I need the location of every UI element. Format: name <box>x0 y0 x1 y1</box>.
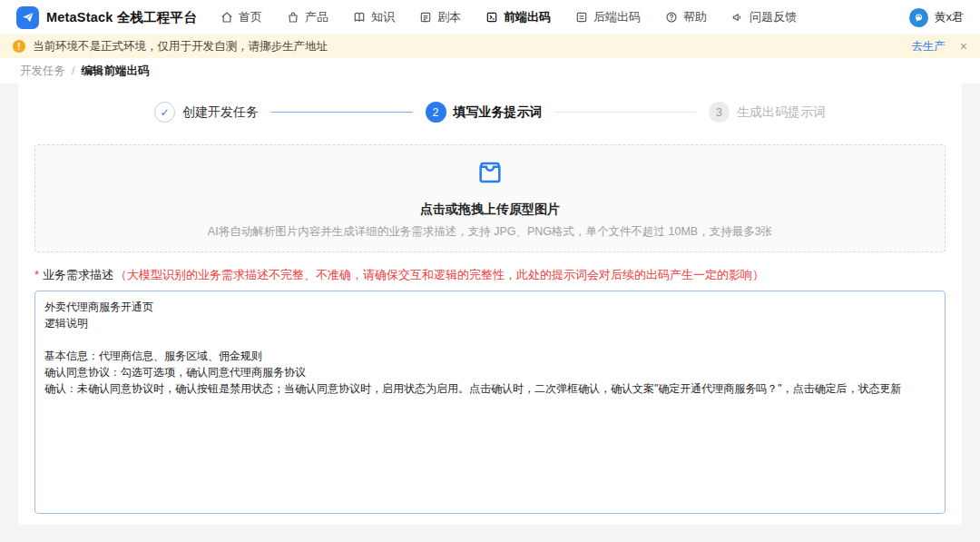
top-nav: MetaStack 全栈工程平台 首页 产品 知识 剧本 前端出码 后端出码 <box>0 0 980 34</box>
nav-item-label: 剧本 <box>437 9 461 25</box>
knowledge-icon <box>353 11 366 24</box>
nav-item-label: 知识 <box>371 9 395 25</box>
go-production-link[interactable]: 去生产 <box>911 39 946 54</box>
frontend-code-icon <box>485 11 498 24</box>
banner-text: 当前环境不是正式环境，仅用于开发自测，请挪步生产地址 <box>33 39 911 54</box>
upload-title: 点击或拖拽上传原型图片 <box>420 202 560 218</box>
nav-item-label: 帮助 <box>683 9 707 25</box>
script-icon <box>419 11 432 24</box>
step-create-dev-task: ✓ 创建开发任务 <box>154 102 259 123</box>
upload-dropzone[interactable]: 点击或拖拽上传原型图片 AI将自动解析图片内容并生成详细的业务需求描述，支持 J… <box>34 144 946 252</box>
warning-icon: ! <box>13 40 25 53</box>
nav-item-script[interactable]: 剧本 <box>419 9 461 25</box>
step-write-business-prompt: 2 填写业务提示词 <box>426 102 543 123</box>
inbox-upload-icon <box>475 157 505 192</box>
field-label-warning: （大模型识别的业务需求描述不完整、不准确，请确保交互和逻辑的完整性，此处的提示词… <box>115 267 764 283</box>
nav-item-help[interactable]: 帮助 <box>665 9 707 25</box>
breadcrumb-current: 编辑前端出码 <box>81 64 149 79</box>
step-number: 3 <box>709 102 730 123</box>
nav-item-knowledge[interactable]: 知识 <box>353 9 395 25</box>
main-card: ✓ 创建开发任务 2 填写业务提示词 3 生成出码提示词 点击或拖拽上传原型图片… <box>18 84 962 525</box>
step-number: 2 <box>426 102 446 123</box>
step-label: 填写业务提示词 <box>454 104 543 121</box>
nav-item-label: 问题反馈 <box>750 9 797 25</box>
env-warning-banner: ! 当前环境不是正式环境，仅用于开发自测，请挪步生产地址 去生产 × <box>0 34 980 58</box>
username: 黄x君 <box>935 9 965 25</box>
stepper: ✓ 创建开发任务 2 填写业务提示词 3 生成出码提示词 <box>154 84 826 123</box>
required-asterisk: * <box>34 268 39 281</box>
backend-code-icon <box>575 11 588 24</box>
nav-item-label: 前端出码 <box>504 9 551 25</box>
nav-item-label: 首页 <box>239 9 262 25</box>
product-icon <box>287 11 299 24</box>
brand[interactable]: MetaStack 全栈工程平台 <box>16 6 197 29</box>
logo-icon <box>16 6 39 29</box>
nav-item-home[interactable]: 首页 <box>220 9 262 25</box>
nav-item-label: 后端出码 <box>593 9 641 25</box>
home-icon <box>220 11 233 24</box>
business-description-textarea[interactable]: 外卖代理商服务开通页 逻辑说明 基本信息：代理商信息、服务区域、佣金规则 确认同… <box>34 291 946 514</box>
step-check-icon: ✓ <box>154 102 175 123</box>
nav-item-feedback[interactable]: 问题反馈 <box>731 9 797 25</box>
avatar-icon <box>909 8 928 27</box>
breadcrumb: 开发任务 / 编辑前端出码 <box>0 58 980 84</box>
feedback-icon <box>731 11 744 24</box>
step-label: 生成出码提示词 <box>737 104 826 121</box>
brand-title: MetaStack 全栈工程平台 <box>46 9 197 26</box>
field-label: 业务需求描述 <box>43 267 113 283</box>
step-connector-done <box>271 112 413 113</box>
step-label: 创建开发任务 <box>182 104 259 121</box>
upload-hint: AI将自动解析图片内容并生成详细的业务需求描述，支持 JPG、PNG格式，单个文… <box>208 224 772 240</box>
nav-item-backend-codegen[interactable]: 后端出码 <box>575 9 641 25</box>
breadcrumb-parent[interactable]: 开发任务 <box>20 64 65 79</box>
step-connector-todo <box>555 112 697 113</box>
user-menu[interactable]: 黄x君 <box>909 8 965 27</box>
breadcrumb-separator: / <box>72 64 74 77</box>
nav-items: 首页 产品 知识 剧本 前端出码 后端出码 帮助 问题反馈 <box>220 9 909 25</box>
close-icon[interactable]: × <box>960 40 967 53</box>
nav-item-product[interactable]: 产品 <box>287 9 328 25</box>
nav-item-frontend-codegen[interactable]: 前端出码 <box>485 9 551 25</box>
form-label-row: * 业务需求描述 （大模型识别的业务需求描述不完整、不准确，请确保交互和逻辑的完… <box>34 267 946 283</box>
step-generate-code-prompt: 3 生成出码提示词 <box>709 102 826 123</box>
help-icon <box>665 11 678 24</box>
nav-item-label: 产品 <box>305 9 328 25</box>
